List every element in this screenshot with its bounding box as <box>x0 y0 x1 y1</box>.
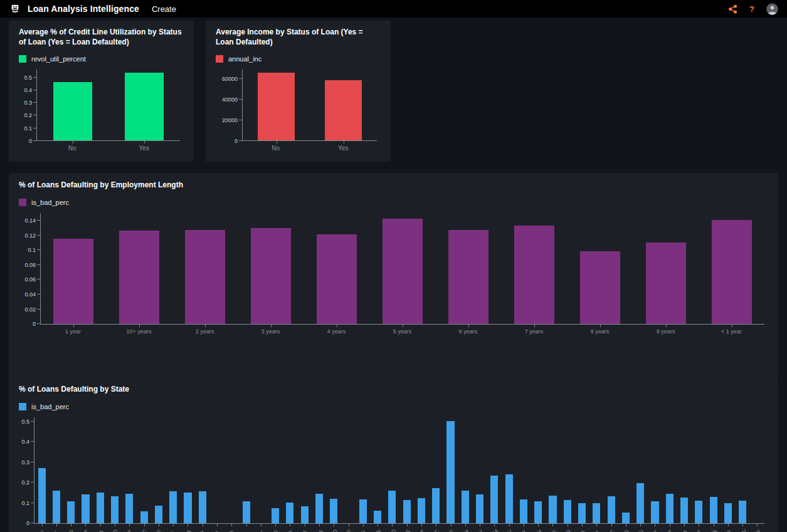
x-axis-label: UT <box>662 524 677 532</box>
bar-PA[interactable] <box>578 503 586 523</box>
legend-swatch <box>19 403 26 410</box>
bar-slot <box>721 417 735 523</box>
bar-NC[interactable] <box>432 488 440 523</box>
bar-GA[interactable] <box>184 493 191 523</box>
top-navigation-bar: Loan Analysis Intelligence Create ? <box>0 0 787 18</box>
y-tick-label: 0.3 <box>21 459 29 466</box>
bar-5 years[interactable] <box>383 219 423 324</box>
share-icon[interactable] <box>728 4 737 14</box>
bar-NM[interactable] <box>490 476 498 523</box>
x-axis-label: CT <box>122 524 136 532</box>
x-axis-label: VT <box>691 524 705 532</box>
chart-legend[interactable]: is_bad_perc <box>19 403 69 410</box>
bar-slot <box>283 417 297 523</box>
bar-8 years[interactable] <box>580 251 620 324</box>
chart-legend[interactable]: is_bad_perc <box>19 199 69 206</box>
bar-7 years[interactable] <box>514 226 554 324</box>
bar-VT[interactable] <box>695 501 702 523</box>
bar-RI[interactable] <box>593 503 600 523</box>
x-axis-label: SC <box>604 524 618 532</box>
chart-title[interactable]: Average % of Credit Line Utilization by … <box>19 28 184 47</box>
bar-chart: 00.10.20.30.40.5 AKALARAZCACOCTDCDEFLGAH… <box>19 417 768 532</box>
bar-slot <box>706 417 721 523</box>
bar-WI[interactable] <box>724 503 732 523</box>
bar-MN[interactable] <box>374 511 381 523</box>
help-icon[interactable]: ? <box>749 4 754 14</box>
bar-NH[interactable] <box>462 491 469 523</box>
bar-IL[interactable] <box>243 501 250 523</box>
y-tick: 0.1 <box>31 503 34 503</box>
bar-4 years[interactable] <box>317 234 357 324</box>
bar-KS[interactable] <box>272 508 279 523</box>
dashboard-title: Loan Analysis Intelligence <box>28 4 139 14</box>
bar-MS[interactable] <box>403 500 411 523</box>
y-tick: 40000 <box>239 99 242 100</box>
bar-No[interactable] <box>258 73 295 140</box>
bar-slot <box>435 213 501 324</box>
bar-WA[interactable] <box>710 497 717 523</box>
bar-MD[interactable] <box>330 499 337 523</box>
x-axis-label: WY <box>750 524 764 532</box>
bar-Yes[interactable] <box>325 80 362 141</box>
bar-SC[interactable] <box>608 496 615 523</box>
bar-OR[interactable] <box>564 500 571 523</box>
bar-2 years[interactable] <box>185 230 225 324</box>
bar-No[interactable] <box>53 82 93 140</box>
chart-title[interactable]: % of Loans Defaulting by State <box>19 385 768 395</box>
bar-MA[interactable] <box>315 494 323 523</box>
bar-FL[interactable] <box>169 491 177 523</box>
redash-robot-logo-icon[interactable] <box>9 3 21 15</box>
x-axis-label: GA <box>180 524 194 532</box>
chart-legend[interactable]: annual_inc <box>216 55 261 63</box>
bar-slot <box>243 70 310 140</box>
bar-SD[interactable] <box>622 513 630 523</box>
bar-MI[interactable] <box>359 499 367 523</box>
bar-OK[interactable] <box>549 496 556 523</box>
bar-AL[interactable] <box>53 491 60 523</box>
bar-Yes[interactable] <box>125 73 164 140</box>
bar-1 year[interactable] <box>53 239 93 324</box>
bar-9 years[interactable] <box>646 243 686 324</box>
bar-AR[interactable] <box>67 501 75 523</box>
bar-3 years[interactable] <box>251 228 291 323</box>
x-axis-label: CO <box>107 524 121 532</box>
user-avatar[interactable] <box>766 3 778 15</box>
bar-10+ years[interactable] <box>119 231 159 324</box>
bar-CA[interactable] <box>97 493 104 523</box>
y-tick-label: 0.2 <box>24 112 32 118</box>
bar-MO[interactable] <box>388 491 396 523</box>
bar-VA[interactable] <box>680 498 688 523</box>
bar-6 years[interactable] <box>448 230 489 324</box>
bar-MT[interactable] <box>418 498 425 523</box>
create-menu-item[interactable]: Create <box>152 4 176 14</box>
x-axis-label: ID <box>224 524 238 532</box>
bar-slot <box>589 417 604 523</box>
bar-TX[interactable] <box>651 501 658 523</box>
bar-NV[interactable] <box>505 474 513 523</box>
bar-CT[interactable] <box>125 494 133 523</box>
bar-UT[interactable] <box>666 494 673 523</box>
chart-title[interactable]: Average Income by Status of Loan (Yes = … <box>216 28 381 47</box>
bar-DC[interactable] <box>140 511 148 523</box>
legend-swatch <box>19 55 26 63</box>
bar-slot <box>567 213 633 324</box>
bar-NJ[interactable] <box>476 494 483 523</box>
bar-DE[interactable] <box>155 506 162 523</box>
bar-TN[interactable] <box>636 483 644 523</box>
bar-OH[interactable] <box>534 501 542 523</box>
bar-HI[interactable] <box>199 491 206 523</box>
bar-slot <box>49 417 63 523</box>
bar-AZ[interactable] <box>82 494 89 523</box>
bar-AK[interactable] <box>38 468 46 523</box>
bar-NY[interactable] <box>520 499 527 523</box>
bar-CO[interactable] <box>111 496 119 523</box>
chart-legend[interactable]: revol_util_percent <box>19 55 86 63</box>
y-tick: 0.4 <box>33 90 36 90</box>
bar-WV[interactable] <box>739 501 746 523</box>
bar-LA[interactable] <box>301 506 309 523</box>
bar-NE[interactable] <box>446 421 454 523</box>
chart-title[interactable]: % of Loans Defaulting by Employment Leng… <box>19 180 768 190</box>
bar-KY[interactable] <box>286 503 293 523</box>
x-axis-label: FL <box>166 524 180 532</box>
bar-< 1 year[interactable] <box>712 220 752 323</box>
